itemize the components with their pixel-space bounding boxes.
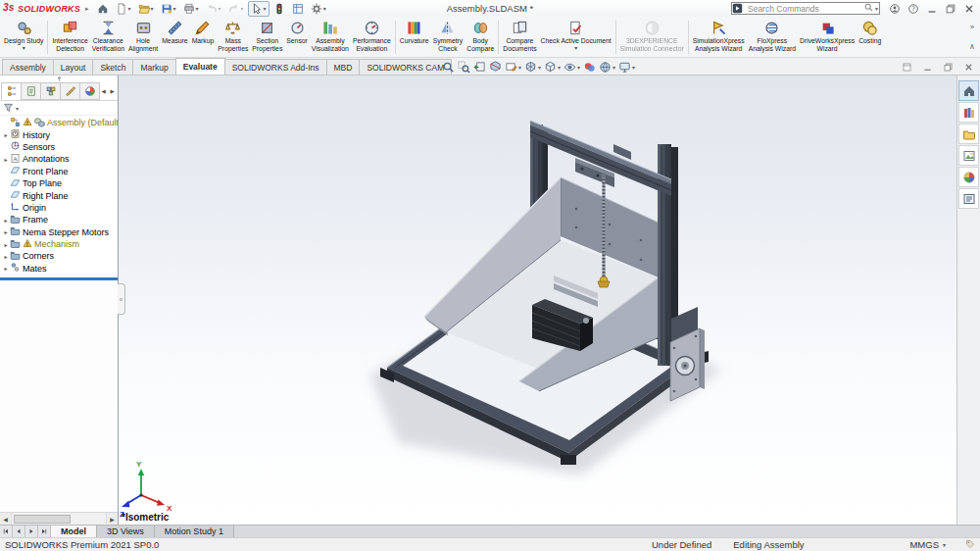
tree-item-right-plane[interactable]: Right Plane xyxy=(0,189,118,201)
search-caret-icon[interactable]: ▾ xyxy=(875,5,878,12)
scroll-right-icon[interactable]: ▶ xyxy=(106,513,118,525)
tree-item-mechanism[interactable]: ▸Mechanism xyxy=(0,238,118,250)
restore-button[interactable] xyxy=(943,2,958,16)
panel-tab-featuremanager[interactable] xyxy=(1,82,22,100)
dropdown-caret-icon[interactable]: ▾ xyxy=(241,5,244,12)
floxpress-analysis-wizard-button[interactable]: FloXpressAnalysis Wizard xyxy=(747,18,798,57)
performance-evaluation-button[interactable]: PerformanceEvaluation xyxy=(351,18,393,57)
search-scope-icon[interactable] xyxy=(732,2,745,15)
dropdown-caret-icon[interactable]: ▾ xyxy=(173,5,176,12)
costing-button[interactable]: Costing xyxy=(857,18,883,57)
assembly-visualization-button[interactable]: AssemblyVisualization xyxy=(310,18,351,57)
help-button[interactable]: ? xyxy=(906,2,921,16)
tree-item-mates[interactable]: ▸Mates xyxy=(0,263,118,275)
dropdown-caret-icon[interactable]: ▾ xyxy=(323,5,326,12)
dropdown-caret-icon[interactable]: ▾ xyxy=(558,64,561,71)
section-properties-button[interactable]: SectionProperties xyxy=(250,18,284,57)
tree-item-sensors[interactable]: Sensors xyxy=(0,141,118,153)
print-button[interactable]: ▾ xyxy=(180,1,202,17)
solidworks-resources-button[interactable] xyxy=(958,80,979,101)
tree-item-nema-stepper-motors[interactable]: ▸Nema Stepper Motors xyxy=(0,226,118,238)
panel-collapse-handle[interactable] xyxy=(118,283,125,315)
zoom-to-area-button[interactable] xyxy=(457,61,471,74)
nav-prev-button[interactable] xyxy=(13,526,25,537)
custom-properties-button[interactable] xyxy=(958,188,979,209)
design-library-button[interactable] xyxy=(958,102,979,123)
compare-documents-button[interactable]: CompareDocuments xyxy=(501,18,538,57)
tree-item-frame[interactable]: ▸Frame xyxy=(0,214,118,225)
filter-caret-icon[interactable]: ▾ xyxy=(16,105,19,112)
document-close-button[interactable] xyxy=(960,60,976,74)
simulationxpress-analysis-wizard-button[interactable]: SimulationXpressAnalysis Wizard xyxy=(691,18,747,57)
rebuild-button[interactable] xyxy=(270,1,288,17)
expand-arrow-icon[interactable]: ▸ xyxy=(2,265,10,272)
edit-appearance-button[interactable] xyxy=(582,61,597,74)
panel-tab-displaymanager[interactable] xyxy=(79,82,100,100)
appearances-scenes-decals-button[interactable] xyxy=(958,167,979,187)
file-explorer-button[interactable] xyxy=(958,124,979,144)
units-caret-icon[interactable]: ▾ xyxy=(943,541,946,548)
scroll-left-icon[interactable]: ◀ xyxy=(0,513,12,525)
filter-funnel-icon[interactable] xyxy=(3,102,14,115)
dropdown-caret-icon[interactable]: ▾ xyxy=(518,64,521,71)
tab-solidworks-cam[interactable]: SOLIDWORKS CAM xyxy=(359,59,452,75)
tab-evaluate[interactable]: Evaluate xyxy=(175,58,225,75)
tab-solidworks-add-ins[interactable]: SOLIDWORKS Add-Ins xyxy=(224,59,327,75)
tree-item-assembly-default-dis[interactable]: Assembly (Default<Dis xyxy=(0,117,118,128)
toolbar-expand-icon[interactable]: ▸ xyxy=(85,5,89,13)
curvature-button[interactable]: Curvature xyxy=(398,18,431,57)
tab-assembly[interactable]: Assembly xyxy=(2,59,54,75)
tab-layout[interactable]: Layout xyxy=(53,59,94,75)
bottom-tab-motion-study-1[interactable]: Motion Study 1 xyxy=(155,526,234,537)
panel-tab-propertymanager[interactable] xyxy=(21,82,41,100)
nav-last-button[interactable] xyxy=(38,526,51,537)
dropdown-caret-icon[interactable]: ▾ xyxy=(577,64,580,71)
hole-alignment-button[interactable]: HoleAlignment xyxy=(126,18,160,57)
check-active-document-button[interactable]: Check Active Document▾ xyxy=(539,18,613,57)
view-orientation-button[interactable]: ▾ xyxy=(523,61,542,74)
panel-tabs-next-icon[interactable]: ▶ xyxy=(108,82,117,100)
status-tag-icon[interactable] xyxy=(965,539,975,551)
view-settings-button[interactable]: ▾ xyxy=(617,61,636,74)
ribbon-overflow-icon[interactable]: » xyxy=(970,23,974,31)
tab-markup[interactable]: Markup xyxy=(132,59,175,75)
expand-arrow-icon[interactable]: ▸ xyxy=(2,131,10,138)
new-document-button[interactable]: ▾ xyxy=(113,1,134,17)
search-magnifier-icon[interactable] xyxy=(863,2,874,15)
open-button[interactable]: ▾ xyxy=(135,1,157,17)
dropdown-caret-icon[interactable]: ▾ xyxy=(538,64,541,71)
panel-tab-configurationmanager[interactable] xyxy=(40,82,61,100)
tab-sketch[interactable]: Sketch xyxy=(92,59,133,75)
nav-next-button[interactable] xyxy=(25,526,38,537)
expand-arrow-icon[interactable]: ▸ xyxy=(2,228,10,235)
scrollbar-thumb[interactable] xyxy=(14,515,71,524)
save-button[interactable]: ▾ xyxy=(158,1,179,17)
nav-first-button[interactable] xyxy=(0,526,13,537)
design-study-button[interactable]: Design Study▾ xyxy=(2,18,45,57)
viewport-canvas[interactable]: Y X Z xyxy=(119,75,956,525)
dropdown-caret-icon[interactable]: ▾ xyxy=(128,5,131,12)
panel-tabs-prev-icon[interactable]: ◀ xyxy=(99,82,108,100)
previous-view-button[interactable] xyxy=(472,61,487,74)
bottom-tab-3d-views[interactable]: 3D Views xyxy=(97,526,155,537)
close-button[interactable] xyxy=(961,2,977,16)
panel-pin-icon[interactable] xyxy=(0,75,118,82)
expand-arrow-icon[interactable]: ▸ xyxy=(2,253,10,260)
file-properties-button[interactable] xyxy=(289,1,307,17)
clearance-verification-button[interactable]: ClearanceVerification xyxy=(90,18,126,57)
document-restore-button[interactable] xyxy=(940,60,956,74)
tree-item-front-plane[interactable]: Front Plane xyxy=(0,166,118,177)
tree-item-top-plane[interactable]: Top Plane xyxy=(0,177,118,189)
document-new-window-button[interactable] xyxy=(899,60,914,74)
apply-scene-button[interactable]: ▾ xyxy=(598,61,616,74)
expand-arrow-icon[interactable]: ▸ xyxy=(2,241,10,248)
search-input[interactable] xyxy=(731,2,880,15)
expand-arrow-icon[interactable]: ▸ xyxy=(2,156,10,163)
sensor-button[interactable]: Sensor xyxy=(284,18,310,57)
dropdown-caret-icon[interactable]: ▾ xyxy=(219,5,221,12)
hide-show-items-button[interactable]: ▾ xyxy=(563,61,581,74)
tab-mbd[interactable]: MBD xyxy=(326,59,361,75)
dropdown-caret-icon[interactable]: ▾ xyxy=(196,5,199,12)
zoom-to-fit-button[interactable] xyxy=(441,61,456,74)
bottom-tab-model[interactable]: Model xyxy=(51,526,97,537)
